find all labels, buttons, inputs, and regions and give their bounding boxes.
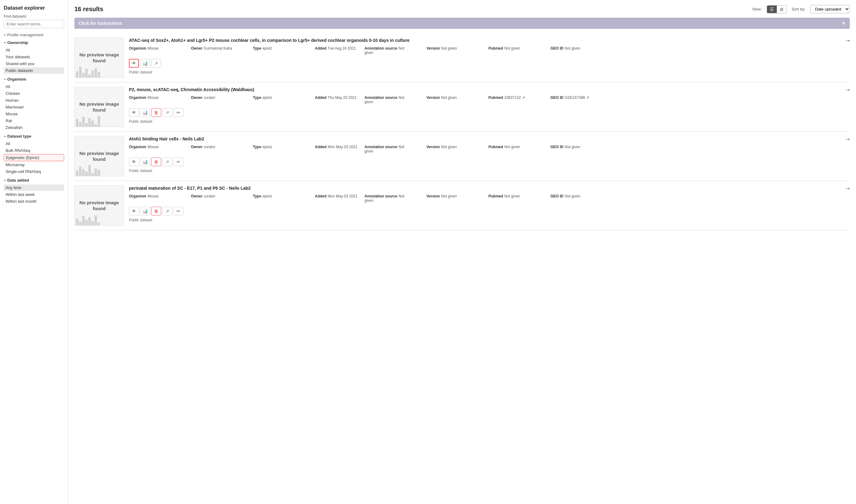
share-button-4[interactable]: ↗ — [162, 207, 172, 215]
type-cell: Typeepiviz — [253, 95, 302, 104]
no-preview-text-4: No preview image found — [75, 200, 124, 212]
geo-cell: GEO IDGSE157398 ↗ — [550, 95, 600, 104]
meta-row: OrganismMouse OwnerGurmannat Kalra Typee… — [129, 46, 364, 55]
find-label: Find datasets: — [4, 14, 64, 19]
annotation-cell: Annotation sourceNot given — [364, 194, 414, 203]
card-meta-4: OrganismMouse Ownercurator Typeepiviz Ad… — [129, 194, 850, 204]
chart-button-1[interactable]: 📊 — [140, 59, 150, 68]
organism-zebrafish[interactable]: Zebrafish — [4, 124, 64, 131]
pubmed-cell: PubmedNot given — [488, 46, 538, 55]
pubmed-link-icon: ↗ — [522, 95, 525, 100]
delete-button-4[interactable]: 🗑 — [151, 207, 161, 215]
delete-button-2[interactable]: 🗑 — [151, 108, 161, 117]
view-button-1[interactable]: 👁 — [129, 59, 139, 68]
card-footer-1: Public dataset — [129, 70, 850, 74]
profile-management-link[interactable]: + Profile management — [4, 33, 64, 37]
organism-rat[interactable]: Rat — [4, 118, 64, 124]
meta-row-2: Annotation sourceNot given VersionNot gi… — [364, 194, 600, 203]
edit-button-4[interactable]: ✏ — [174, 207, 183, 215]
added-cell: AddedMon May 03 2021 — [315, 145, 364, 154]
date-section-header: Date added — [4, 178, 64, 183]
meta-row: OrganismMouse Ownercurator Typeepiviz Ad… — [129, 145, 364, 154]
meta-row-2: Annotation sourceNot given VersionNot gi… — [364, 145, 600, 154]
edit-button-3[interactable]: ✏ — [174, 158, 183, 166]
card-meta-1: OrganismMouse OwnerGurmannat Kalra Typee… — [129, 46, 850, 56]
card-meta-3: OrganismMouse Ownercurator Typeepiviz Ad… — [129, 145, 850, 155]
view-label: View: — [752, 7, 762, 12]
share-button-2[interactable]: ↗ — [162, 108, 172, 117]
preview-image-4: No preview image found — [74, 185, 124, 226]
organism-all[interactable]: All — [4, 84, 64, 90]
ownership-shared[interactable]: Shared with you — [4, 60, 64, 67]
organism-human[interactable]: Human — [4, 97, 64, 104]
type-cell: Typeepiviz — [253, 194, 302, 203]
geo-cell: GEO IDNot given — [550, 194, 600, 203]
date-any[interactable]: Any time — [4, 184, 64, 191]
date-month[interactable]: Within last month — [4, 198, 64, 204]
chart-button-4[interactable]: 📊 — [140, 207, 150, 215]
dataset-title-4: perinatal maturation of SC - E17, P1 and… — [129, 185, 850, 192]
geo-link-icon: ↗ — [586, 95, 589, 100]
chart-button-3[interactable]: 📊 — [140, 158, 150, 166]
card-body-2: P2, mouse, scATAC-seq, Chromatin Accessi… — [129, 87, 850, 127]
results-count: 16 results — [74, 5, 747, 13]
share-button-1[interactable]: ↗ — [151, 59, 161, 68]
meta-row-2: Annotation sourceNot given VersionNot gi… — [364, 95, 600, 104]
owner-cell: Ownercurator — [191, 194, 240, 203]
type-microarray[interactable]: Microarray — [4, 162, 64, 168]
sidebar: Dataset explorer Find datasets: + Profil… — [0, 0, 68, 504]
preview-image-1: No preview image found — [74, 37, 124, 78]
dataset-card-4: No preview image found perinatal maturat… — [74, 181, 850, 230]
view-toggle: ☰ ⊞ — [767, 5, 787, 13]
meta-row-2: Annotation sourceNot given VersionNot gi… — [364, 46, 600, 55]
chart-button-2[interactable]: 📊 — [140, 108, 150, 117]
delete-button-3[interactable]: 🗑 — [151, 158, 161, 166]
annotation-cell: Annotation sourceNot given — [364, 46, 414, 55]
organism-cell: OrganismMouse — [129, 95, 179, 104]
geo-cell: GEO IDNot given — [550, 46, 600, 55]
type-scrna[interactable]: Single-cell RNASeq — [4, 168, 64, 175]
close-icon[interactable]: ✕ — [842, 21, 845, 26]
date-week[interactable]: Within last week — [4, 191, 64, 198]
organism-chicken[interactable]: Chicken — [4, 90, 64, 97]
search-input[interactable] — [4, 20, 64, 28]
ownership-your-datasets[interactable]: Your datasets — [4, 54, 64, 60]
card-actions-4: 👁 📊 🗑 ↗ ✏ — [129, 207, 850, 215]
preview-bars-3 — [75, 164, 124, 176]
pubmed-cell: Pubmed33837132 ↗ — [488, 95, 538, 104]
type-epigenetic[interactable]: Epigenetic (Epiviz) — [4, 154, 64, 161]
view-button-3[interactable]: 👁 — [129, 158, 139, 166]
owner-cell: OwnerGurmannat Kalra — [191, 46, 240, 55]
card-footer-4: Public dataset — [129, 218, 850, 222]
preview-image-3: No preview image found — [74, 136, 124, 176]
type-cell: Typeepiviz — [253, 145, 302, 154]
type-all[interactable]: All — [4, 140, 64, 147]
grid-view-button[interactable]: ⊞ — [777, 5, 786, 13]
added-cell: AddedThu May 20 2021 — [315, 95, 364, 104]
version-cell: VersionNot given — [426, 145, 476, 154]
ownership-public[interactable]: Public datasets — [4, 67, 64, 74]
type-bulk-rnaseq[interactable]: Bulk RNASeq — [4, 147, 64, 154]
owner-cell: Ownercurator — [191, 145, 240, 154]
card-body-4: perinatal maturation of SC - E17, P1 and… — [129, 185, 850, 226]
card-footer-3: Public dataset — [129, 168, 850, 173]
share-button-3[interactable]: ↗ — [162, 158, 172, 166]
card-actions-2: 👁 📊 🗑 ↗ ✏ — [129, 108, 850, 117]
organism-marmoset[interactable]: Marmoset — [4, 104, 64, 110]
dataset-card: No preview image found ATAC-seq of Sox2+… — [74, 33, 850, 83]
preview-bars-4 — [75, 213, 124, 226]
dataset-card-3: No preview image found Atoh1 binding Hai… — [74, 132, 850, 181]
view-button-4[interactable]: 👁 — [129, 207, 139, 215]
instructions-banner[interactable]: Click for instructions ✕ — [74, 18, 850, 29]
pubmed-cell: PubmedNot given — [488, 145, 538, 154]
edit-button-2[interactable]: ✏ — [174, 108, 183, 117]
meta-row: OrganismMouse Ownercurator Typeepiviz Ad… — [129, 194, 364, 203]
preview-bars-2 — [75, 114, 124, 127]
main-content: 16 results View: ☰ ⊞ Sort by: Date uploa… — [68, 0, 856, 504]
list-view-button[interactable]: ☰ — [767, 5, 777, 13]
meta-row: OrganismMouse Ownercurator Typeepiviz Ad… — [129, 95, 364, 104]
sort-select[interactable]: Date uploaded — [810, 5, 850, 13]
ownership-all[interactable]: All — [4, 47, 64, 53]
view-button-2[interactable]: 👁 — [129, 108, 139, 117]
organism-mouse[interactable]: Mouse — [4, 111, 64, 117]
